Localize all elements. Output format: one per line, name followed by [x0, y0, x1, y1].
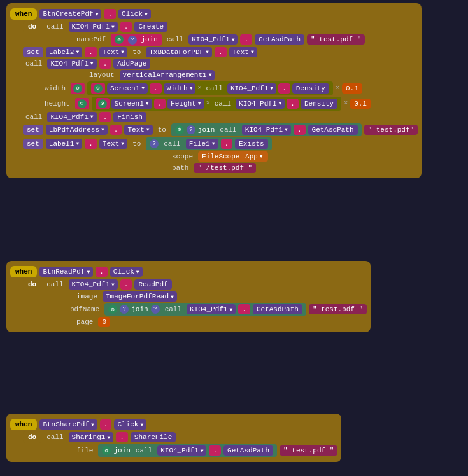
filescope-block: FileScope App ▼	[198, 151, 268, 162]
call-label6: call	[44, 432, 66, 442]
inner-gear-h: ⚙	[96, 98, 110, 109]
txbdata-dropdown[interactable]: TxBDataForPDF ▼	[146, 47, 212, 57]
file1-dropdown[interactable]: File1 ▼	[186, 139, 218, 149]
zero-one-w: 0.1	[342, 83, 362, 94]
q-join[interactable]: ?	[187, 125, 195, 134]
dot2: .	[120, 22, 132, 32]
to-label: to	[130, 47, 143, 57]
sharing1-dropdown[interactable]: Sharing1 ▼	[69, 432, 114, 442]
do-sharefile-row: do call Sharing1 ▼ . ShareFile	[23, 431, 337, 443]
dot15: .	[100, 419, 112, 430]
gear-file[interactable]: ⚙	[102, 446, 111, 455]
dot10: .	[85, 139, 97, 149]
dot3: .	[240, 34, 252, 45]
call-file-label: call	[161, 139, 183, 149]
gear-btn-w[interactable]: ⚙	[73, 84, 82, 93]
gear-join[interactable]: ⚙	[175, 125, 184, 134]
btn-readpdf-dropdown[interactable]: BtnReadPdf ▼	[39, 267, 93, 277]
multiply-sym-w: ×	[197, 85, 201, 92]
imagepdf-dropdown[interactable]: ImageForPdfRead ▼	[103, 291, 177, 302]
click-trigger[interactable]: Click ▼	[118, 9, 151, 19]
screen1-w[interactable]: Screen1 ▼	[107, 83, 148, 94]
kio4-obj[interactable]: KIO4_Pdf1 ▼	[69, 22, 118, 32]
file-row: file ⚙ join call KIO4_Pdf1 ▼ . GetAsdPat…	[74, 444, 337, 457]
kio4-obj2[interactable]: KIO4_Pdf1 ▼	[188, 34, 238, 45]
gear-btn-h2[interactable]: ⚙	[98, 99, 107, 108]
scope-label: scope	[169, 151, 195, 162]
call-label: call	[44, 22, 66, 32]
q-file[interactable]: ?	[150, 139, 159, 148]
multiply-outer-h: ×	[344, 100, 348, 107]
kio4-file[interactable]: KIO4_Pdf1 ▼	[157, 445, 206, 456]
click-trigger2[interactable]: Click ▼	[110, 267, 143, 277]
pdfname-join: ⚙ ? join ? call KIO4_Pdf1 ▼ . GetAsdPath	[104, 303, 306, 316]
exists-method: Exists	[235, 139, 268, 149]
kio4-pdfname[interactable]: KIO4_Pdf1 ▼	[187, 304, 236, 314]
text-dropdown[interactable]: Text ▼	[99, 47, 127, 57]
width-label: width	[42, 83, 68, 94]
kio4-join[interactable]: KIO4_Pdf1 ▼	[242, 125, 291, 135]
density-w: Density	[292, 83, 329, 94]
click-trigger3[interactable]: Click ▼	[114, 419, 146, 430]
dot13: .	[120, 279, 132, 290]
dot4: .	[85, 47, 97, 57]
do-keyword2: do	[23, 279, 41, 290]
readpdf-method: ReadPdf	[134, 279, 171, 290]
when-keyword2: when	[10, 266, 37, 277]
q-btn[interactable]: ?	[128, 36, 137, 45]
page-row: page 0	[74, 317, 367, 327]
btn-sharepdf-dropdown[interactable]: BtnSharePdf ▼	[39, 419, 97, 430]
label2-dropdown[interactable]: Label2 ▼	[46, 47, 82, 57]
text-dropdown2[interactable]: Text ▼	[229, 47, 257, 57]
test-pdf3: " test.pdf "	[309, 304, 367, 314]
call-label4: call	[23, 112, 45, 122]
scope-row: scope FileScope App ▼	[169, 151, 418, 162]
dot7: .	[99, 112, 111, 122]
layout-label: layout	[87, 70, 117, 80]
text-dropdown3[interactable]: Text ▼	[124, 125, 152, 135]
call-label3: call	[23, 59, 45, 69]
page-label: page	[74, 317, 96, 327]
file-label: file	[74, 445, 96, 456]
kio4-h[interactable]: KIO4_Pdf1 ▼	[236, 99, 285, 109]
pdfname-row: pdfName ⚙ ? join ? call KIO4_Pdf1 ▼ . Ge…	[67, 303, 367, 316]
dot9: .	[294, 125, 306, 135]
block-read-pdf: when BtnReadPdf ▼ . Click ▼ do call KIO4…	[6, 261, 371, 332]
q-pdfname2[interactable]: ?	[151, 305, 160, 314]
width-row: width ⚙ ⚙ Screen1 ▼ . Width ▼ × call	[42, 81, 418, 95]
height-dropdown[interactable]: Height ▼	[167, 99, 204, 109]
page-zero: 0	[98, 317, 110, 327]
dot14: .	[238, 304, 250, 314]
dot-separator: .	[104, 9, 116, 19]
set-label1-row: set Label1 ▼ . Text ▼ to ? call File1 ▼ …	[23, 137, 418, 150]
dot6: .	[99, 59, 111, 69]
join-block: ⚙ ? join call KIO4_Pdf1 ▼ . GetAsdPath	[171, 123, 362, 136]
call-label-w: call	[204, 83, 225, 94]
kio4-obj5[interactable]: KIO4_Pdf1 ▼	[69, 279, 118, 290]
text-dropdown4[interactable]: Text ▼	[99, 139, 127, 149]
block-create-pdf: when BtnCreatePdf ▼ . Click ▼ do call KI…	[6, 3, 422, 178]
width-dropdown[interactable]: Width ▼	[164, 83, 196, 94]
dot12: .	[96, 267, 108, 277]
addpage-method: AddPage	[113, 59, 150, 69]
call-pdfname: call	[162, 304, 184, 314]
kio4-w[interactable]: KIO4_Pdf1 ▼	[227, 83, 276, 94]
call-join: call	[217, 125, 239, 135]
btn-create-pdf-dropdown[interactable]: BtnCreatePdf ▼	[39, 9, 101, 19]
vertical-dropdown[interactable]: VerticalArrangement1 ▼	[120, 70, 215, 80]
lbpdf-dropdown[interactable]: LbPdfAddress ▼	[46, 125, 108, 135]
q-pdfname[interactable]: ?	[120, 305, 129, 314]
screen1-h[interactable]: Screen1 ▼	[111, 99, 152, 109]
app-dropdown[interactable]: App ▼	[244, 153, 264, 160]
gear-pdfname[interactable]: ⚙	[108, 305, 117, 314]
kio4-obj3[interactable]: KIO4_Pdf1 ▼	[47, 59, 96, 69]
call-label5: call	[44, 279, 66, 290]
kio4-obj4[interactable]: KIO4_Pdf1 ▼	[47, 112, 96, 122]
multiply-block-h: ⚙ Screen1 ▼ . Height ▼ × call KIO4_Pdf1 …	[92, 97, 342, 111]
plus-btn[interactable]: ⚙	[115, 35, 124, 44]
call-label-h: call	[212, 99, 234, 109]
gear-btn-w2[interactable]: ⚙	[94, 84, 103, 93]
gear-btn-h[interactable]: ⚙	[78, 99, 87, 108]
set-lbpdf-row: set LbPdfAddress ▼ . Text ▼ to ⚙ ? join …	[23, 123, 418, 136]
label1-dropdown[interactable]: Label1 ▼	[46, 139, 82, 149]
